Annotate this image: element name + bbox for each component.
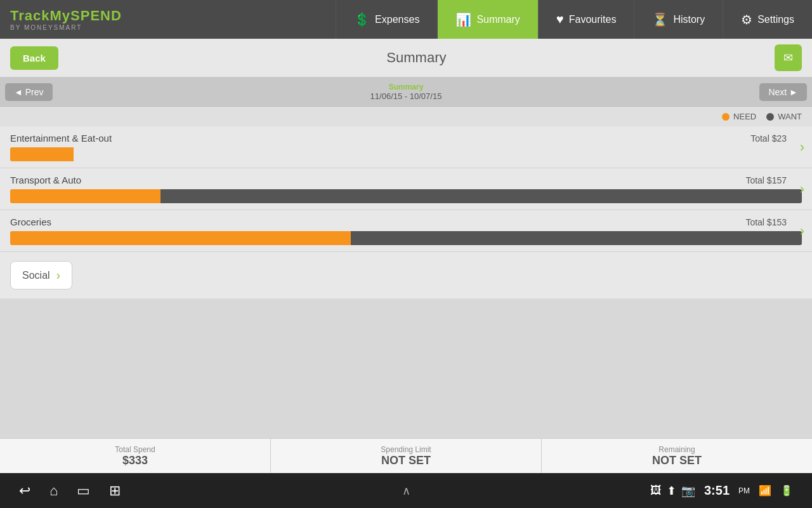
category-name: Groceries	[10, 217, 51, 227]
footer: Total Spend $333 Spending Limit NOT SET …	[0, 438, 812, 473]
email-button[interactable]: ✉	[775, 44, 802, 71]
need-bar	[10, 147, 74, 161]
next-button[interactable]: Next ►	[759, 83, 807, 101]
want-legend: WANT	[766, 112, 802, 121]
nav-item-history[interactable]: ⏳ History	[634, 0, 723, 39]
nav-label-settings: Settings	[757, 14, 794, 25]
date-range: Summary 11/06/15 - 10/07/15	[370, 83, 442, 101]
logo-bottom: BY MONEYSMART	[10, 24, 122, 31]
nav-bar: 💲 Expenses📊 Summary♥ Favourites⏳ History…	[336, 0, 812, 39]
expenses-icon: 💲	[354, 12, 370, 27]
category-total: Total $153	[745, 217, 787, 227]
status-icons: 🖼 ⬆ 📷	[650, 484, 695, 498]
spending-limit-label: Spending Limit	[381, 445, 431, 454]
category-row[interactable]: Groceries Total $153 ›	[0, 210, 812, 252]
nav-item-favourites[interactable]: ♥ Favourites	[538, 0, 634, 39]
period-label: Summary	[370, 83, 442, 91]
page-title: Summary	[386, 50, 446, 66]
social-chevron-icon: ›	[56, 268, 61, 283]
pagination-bar: ◄ Prev Summary 11/06/15 - 10/07/15 Next …	[0, 77, 812, 107]
toolbar: Back Summary ✉	[0, 39, 812, 77]
category-total: Total $23	[750, 133, 787, 144]
total-spend-cell: Total Spend $333	[0, 439, 271, 473]
logo-top: TrackMySPEND	[10, 8, 122, 24]
system-time: 3:51	[704, 483, 730, 498]
screenshot-sys-icon[interactable]: ⊞	[109, 483, 121, 499]
category-bar	[10, 147, 802, 161]
legend: NEED WANT	[0, 107, 812, 126]
nav-item-summary[interactable]: 📊 Summary	[437, 0, 537, 39]
history-icon: ⏳	[652, 12, 668, 27]
need-legend: NEED	[722, 112, 756, 121]
category-header: Transport & Auto Total $157	[10, 175, 802, 185]
nav-item-expenses[interactable]: 💲 Expenses	[336, 0, 437, 39]
camera-icon: 📷	[681, 484, 695, 498]
want-bar	[351, 231, 802, 245]
main-content: Entertainment & Eat-out Total $23 › Tran…	[0, 126, 812, 298]
nav-label-history: History	[673, 14, 705, 25]
categories-list: Entertainment & Eat-out Total $23 › Tran…	[0, 126, 812, 252]
want-dot	[766, 113, 774, 121]
category-bar	[10, 189, 802, 203]
category-total: Total $157	[745, 175, 787, 185]
category-chevron-icon: ›	[800, 139, 804, 156]
notification-icon: ⬆	[667, 484, 676, 498]
photo-icon: 🖼	[650, 484, 662, 498]
settings-icon: ⚙	[741, 12, 752, 27]
recents-sys-icon[interactable]: ▭	[77, 483, 90, 499]
logo: TrackMySPEND BY MONEYSMART	[0, 8, 132, 31]
category-chevron-icon: ›	[800, 181, 804, 197]
want-label: WANT	[778, 112, 802, 121]
social-button[interactable]: Social ›	[10, 261, 72, 290]
home-sys-icon[interactable]: ⌂	[49, 483, 58, 499]
summary-icon: 📊	[455, 12, 471, 27]
category-row[interactable]: Transport & Auto Total $157 ›	[0, 168, 812, 210]
favourites-icon: ♥	[556, 12, 564, 27]
category-header: Entertainment & Eat-out Total $23	[10, 133, 802, 144]
nav-item-settings[interactable]: ⚙ Settings	[723, 0, 812, 39]
category-name: Transport & Auto	[10, 175, 81, 185]
category-name: Entertainment & Eat-out	[10, 133, 112, 144]
need-bar	[10, 231, 351, 245]
period-dates: 11/06/15 - 10/07/15	[370, 91, 442, 101]
system-ampm: PM	[738, 486, 750, 495]
spending-limit-value: NOT SET	[381, 454, 431, 467]
battery-icon: 🔋	[780, 485, 793, 497]
sys-status-icons: 🖼 ⬆ 📷 3:51 PM 📶 🔋	[650, 483, 793, 498]
nav-label-summary: Summary	[476, 14, 520, 25]
wifi-icon: 📶	[759, 485, 771, 497]
social-label: Social	[22, 270, 50, 281]
nav-label-favourites: Favourites	[569, 14, 617, 25]
remaining-label: Remaining	[658, 445, 695, 454]
want-bar	[160, 189, 802, 203]
chevron-up-icon: ∧	[402, 484, 410, 498]
remaining-cell: Remaining NOT SET	[542, 439, 812, 473]
category-row[interactable]: Entertainment & Eat-out Total $23 ›	[0, 126, 812, 168]
total-spend-value: $333	[122, 454, 148, 467]
spending-limit-cell: Spending Limit NOT SET	[271, 439, 542, 473]
need-dot	[722, 113, 730, 121]
back-sys-icon[interactable]: ↩	[19, 483, 30, 499]
nav-label-expenses: Expenses	[375, 14, 419, 25]
system-bar: ↩ ⌂ ▭ ⊞ ∧ 🖼 ⬆ 📷 3:51 PM 📶 🔋	[0, 473, 812, 508]
total-spend-label: Total Spend	[115, 445, 155, 454]
header: TrackMySPEND BY MONEYSMART 💲 Expenses📊 S…	[0, 0, 812, 39]
category-header: Groceries Total $153	[10, 217, 802, 227]
category-bar	[10, 231, 802, 245]
need-label: NEED	[733, 112, 756, 121]
need-bar	[10, 189, 160, 203]
category-chevron-icon: ›	[800, 223, 804, 239]
prev-button[interactable]: ◄ Prev	[5, 83, 53, 101]
remaining-value: NOT SET	[652, 454, 702, 467]
back-button[interactable]: Back	[10, 46, 58, 70]
sys-nav-icons: ↩ ⌂ ▭ ⊞	[19, 483, 121, 499]
